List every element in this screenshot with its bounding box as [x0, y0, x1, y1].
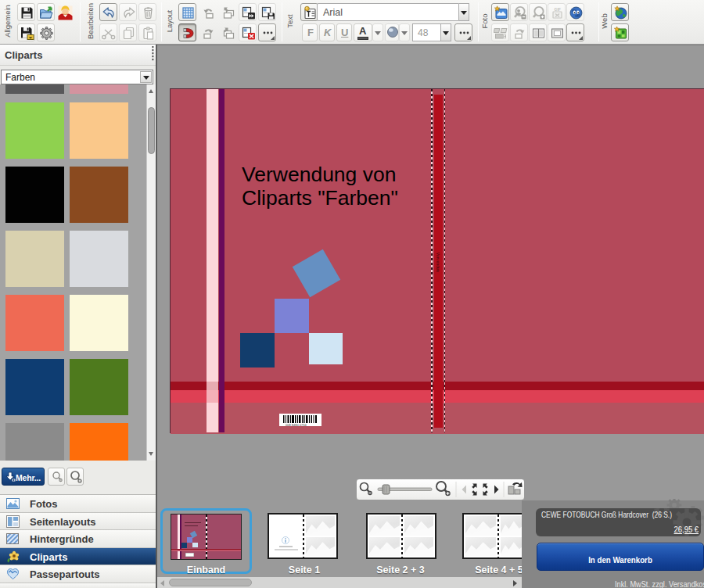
svg-text:008 8480 0734: 008 8480 0734: [286, 423, 307, 427]
svg-text:GIF: GIF: [555, 7, 561, 12]
